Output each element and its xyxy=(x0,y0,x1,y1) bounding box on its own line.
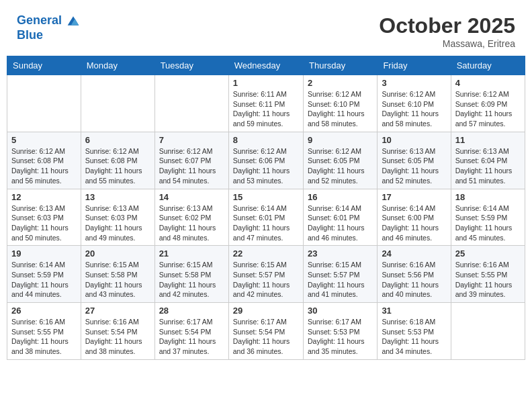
month-title: October 2025 xyxy=(379,13,515,38)
calendar-header-row: Sunday Monday Tuesday Wednesday Thursday… xyxy=(7,56,525,75)
day-number: 9 xyxy=(308,135,373,145)
header-friday: Friday xyxy=(378,56,451,75)
table-row: 27Sunrise: 6:16 AMSunset: 5:54 PMDayligh… xyxy=(81,303,154,360)
title-area: October 2025 Massawa, Eritrea xyxy=(379,13,515,49)
day-info: Sunrise: 6:15 AMSunset: 5:58 PMDaylight:… xyxy=(85,260,150,300)
calendar-week-row: 12Sunrise: 6:13 AMSunset: 6:03 PMDayligh… xyxy=(7,189,525,246)
day-number: 19 xyxy=(11,248,77,259)
header-sunday: Sunday xyxy=(7,56,81,75)
table-row: 24Sunrise: 6:16 AMSunset: 5:56 PMDayligh… xyxy=(378,246,451,303)
table-row: 9Sunrise: 6:12 AMSunset: 6:05 PMDaylight… xyxy=(303,132,377,189)
table-row: 11Sunrise: 6:13 AMSunset: 6:04 PMDayligh… xyxy=(451,132,525,189)
table-row xyxy=(451,303,525,360)
day-info: Sunrise: 6:13 AMSunset: 6:02 PMDaylight:… xyxy=(159,203,224,243)
logo: General Blue xyxy=(17,13,80,42)
day-number: 26 xyxy=(11,306,77,316)
day-info: Sunrise: 6:17 AMSunset: 5:54 PMDaylight:… xyxy=(233,317,299,357)
day-number: 22 xyxy=(233,248,299,259)
day-number: 28 xyxy=(159,306,224,316)
table-row: 6Sunrise: 6:12 AMSunset: 6:08 PMDaylight… xyxy=(81,132,154,189)
table-row: 5Sunrise: 6:12 AMSunset: 6:08 PMDaylight… xyxy=(7,132,81,189)
table-row xyxy=(154,75,228,132)
day-number: 17 xyxy=(382,192,446,202)
calendar-table: Sunday Monday Tuesday Wednesday Thursday… xyxy=(7,56,525,360)
day-number: 29 xyxy=(233,306,299,316)
table-row xyxy=(81,75,154,132)
header-saturday: Saturday xyxy=(451,56,525,75)
table-row: 10Sunrise: 6:13 AMSunset: 6:05 PMDayligh… xyxy=(378,132,451,189)
day-number: 1 xyxy=(233,78,299,88)
header-monday: Monday xyxy=(81,56,154,75)
location-subtitle: Massawa, Eritrea xyxy=(379,38,515,49)
day-number: 14 xyxy=(159,192,224,202)
logo-icon xyxy=(66,14,80,28)
day-info: Sunrise: 6:12 AMSunset: 6:09 PMDaylight:… xyxy=(455,89,521,129)
day-info: Sunrise: 6:14 AMSunset: 5:59 PMDaylight:… xyxy=(455,203,521,243)
day-info: Sunrise: 6:12 AMSunset: 6:08 PMDaylight:… xyxy=(85,146,150,186)
day-info: Sunrise: 6:16 AMSunset: 5:56 PMDaylight:… xyxy=(382,260,446,300)
logo-blue-text: Blue xyxy=(17,28,80,43)
calendar-week-row: 5Sunrise: 6:12 AMSunset: 6:08 PMDaylight… xyxy=(7,132,525,189)
day-number: 8 xyxy=(233,135,299,145)
table-row: 2Sunrise: 6:12 AMSunset: 6:10 PMDaylight… xyxy=(303,75,377,132)
table-row: 16Sunrise: 6:14 AMSunset: 6:01 PMDayligh… xyxy=(303,189,377,246)
table-row: 13Sunrise: 6:13 AMSunset: 6:03 PMDayligh… xyxy=(81,189,154,246)
table-row xyxy=(7,75,81,132)
table-row: 7Sunrise: 6:12 AMSunset: 6:07 PMDaylight… xyxy=(154,132,228,189)
page-header: General Blue October 2025 Massawa, Eritr… xyxy=(7,7,525,52)
table-row: 31Sunrise: 6:18 AMSunset: 5:53 PMDayligh… xyxy=(378,303,451,360)
day-number: 10 xyxy=(382,135,446,145)
day-info: Sunrise: 6:17 AMSunset: 5:54 PMDaylight:… xyxy=(159,317,224,357)
day-info: Sunrise: 6:12 AMSunset: 6:07 PMDaylight:… xyxy=(159,146,224,186)
table-row: 19Sunrise: 6:14 AMSunset: 5:59 PMDayligh… xyxy=(7,246,81,303)
day-info: Sunrise: 6:16 AMSunset: 5:54 PMDaylight:… xyxy=(85,317,150,357)
table-row: 29Sunrise: 6:17 AMSunset: 5:54 PMDayligh… xyxy=(228,303,303,360)
day-info: Sunrise: 6:13 AMSunset: 6:04 PMDaylight:… xyxy=(455,146,521,186)
day-number: 16 xyxy=(308,192,373,202)
day-info: Sunrise: 6:12 AMSunset: 6:06 PMDaylight:… xyxy=(233,146,299,186)
table-row: 28Sunrise: 6:17 AMSunset: 5:54 PMDayligh… xyxy=(154,303,228,360)
day-info: Sunrise: 6:13 AMSunset: 6:03 PMDaylight:… xyxy=(85,203,150,243)
day-number: 24 xyxy=(382,248,446,259)
table-row: 17Sunrise: 6:14 AMSunset: 6:00 PMDayligh… xyxy=(378,189,451,246)
day-number: 23 xyxy=(308,248,373,259)
table-row: 12Sunrise: 6:13 AMSunset: 6:03 PMDayligh… xyxy=(7,189,81,246)
day-number: 30 xyxy=(308,306,373,316)
day-info: Sunrise: 6:12 AMSunset: 6:10 PMDaylight:… xyxy=(308,89,373,129)
day-info: Sunrise: 6:12 AMSunset: 6:05 PMDaylight:… xyxy=(308,146,373,186)
day-number: 7 xyxy=(159,135,224,145)
day-info: Sunrise: 6:15 AMSunset: 5:57 PMDaylight:… xyxy=(233,260,299,300)
day-number: 15 xyxy=(233,192,299,202)
day-info: Sunrise: 6:11 AMSunset: 6:11 PMDaylight:… xyxy=(233,89,299,129)
day-info: Sunrise: 6:15 AMSunset: 5:57 PMDaylight:… xyxy=(308,260,373,300)
table-row: 30Sunrise: 6:17 AMSunset: 5:53 PMDayligh… xyxy=(303,303,377,360)
day-number: 20 xyxy=(85,248,150,259)
day-number: 2 xyxy=(308,78,373,88)
day-number: 5 xyxy=(11,135,77,145)
day-info: Sunrise: 6:16 AMSunset: 5:55 PMDaylight:… xyxy=(455,260,521,300)
day-info: Sunrise: 6:14 AMSunset: 5:59 PMDaylight:… xyxy=(11,260,77,300)
table-row: 4Sunrise: 6:12 AMSunset: 6:09 PMDaylight… xyxy=(451,75,525,132)
day-number: 6 xyxy=(85,135,150,145)
day-info: Sunrise: 6:14 AMSunset: 6:01 PMDaylight:… xyxy=(233,203,299,243)
day-info: Sunrise: 6:12 AMSunset: 6:08 PMDaylight:… xyxy=(11,146,77,186)
table-row: 25Sunrise: 6:16 AMSunset: 5:55 PMDayligh… xyxy=(451,246,525,303)
header-thursday: Thursday xyxy=(303,56,377,75)
calendar-week-row: 1Sunrise: 6:11 AMSunset: 6:11 PMDaylight… xyxy=(7,75,525,132)
table-row: 21Sunrise: 6:15 AMSunset: 5:58 PMDayligh… xyxy=(154,246,228,303)
day-info: Sunrise: 6:15 AMSunset: 5:58 PMDaylight:… xyxy=(159,260,224,300)
header-tuesday: Tuesday xyxy=(154,56,228,75)
table-row: 20Sunrise: 6:15 AMSunset: 5:58 PMDayligh… xyxy=(81,246,154,303)
day-number: 12 xyxy=(11,192,77,202)
table-row: 23Sunrise: 6:15 AMSunset: 5:57 PMDayligh… xyxy=(303,246,377,303)
day-info: Sunrise: 6:17 AMSunset: 5:53 PMDaylight:… xyxy=(308,317,373,357)
day-info: Sunrise: 6:13 AMSunset: 6:05 PMDaylight:… xyxy=(382,146,446,186)
table-row: 15Sunrise: 6:14 AMSunset: 6:01 PMDayligh… xyxy=(228,189,303,246)
table-row: 18Sunrise: 6:14 AMSunset: 5:59 PMDayligh… xyxy=(451,189,525,246)
table-row: 22Sunrise: 6:15 AMSunset: 5:57 PMDayligh… xyxy=(228,246,303,303)
table-row: 8Sunrise: 6:12 AMSunset: 6:06 PMDaylight… xyxy=(228,132,303,189)
logo-text: General xyxy=(17,13,80,28)
calendar-week-row: 26Sunrise: 6:16 AMSunset: 5:55 PMDayligh… xyxy=(7,303,525,360)
day-number: 31 xyxy=(382,306,446,316)
day-info: Sunrise: 6:16 AMSunset: 5:55 PMDaylight:… xyxy=(11,317,77,357)
